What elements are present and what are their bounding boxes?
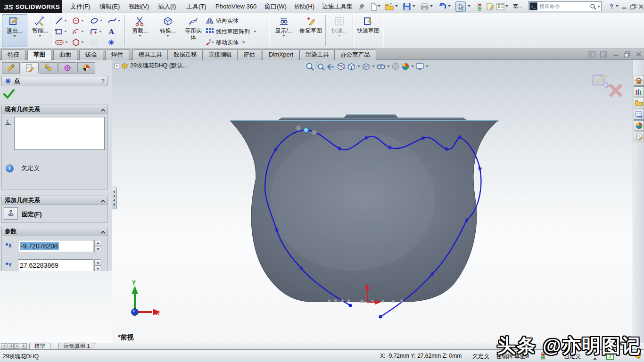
next-tab-button[interactable]: [14, 343, 20, 349]
existing-relations-header[interactable]: 现有几何关系: [1, 105, 108, 114]
options-caret-icon[interactable]: [505, 5, 508, 7]
save-icon[interactable]: [402, 1, 412, 12]
tab-dimxpert[interactable]: DimXpert: [263, 49, 299, 60]
file-explorer-icon[interactable]: [634, 98, 644, 108]
fillet-tool[interactable]: [90, 26, 106, 37]
view-settings-caret-icon[interactable]: [426, 66, 429, 67]
open-caret-icon[interactable]: [395, 5, 398, 7]
slot-tool[interactable]: [55, 37, 71, 48]
menu-tools[interactable]: 工具(T): [182, 0, 211, 13]
tab-sketch[interactable]: 草图: [27, 49, 51, 60]
zoom-fit-icon[interactable]: [305, 62, 314, 71]
select-cursor-icon[interactable]: [455, 1, 466, 12]
tab-mold-tools[interactable]: 模具工具: [132, 49, 168, 60]
display-manager-tab[interactable]: [77, 62, 95, 74]
fixed-relation-button[interactable]: [4, 207, 18, 220]
feature-manager-tab[interactable]: [2, 62, 20, 74]
offset-entities-button[interactable]: 等距实体: [183, 14, 204, 47]
previous-view-icon[interactable]: [326, 62, 335, 71]
close-window-icon[interactable]: [636, 1, 644, 12]
property-manager-tab[interactable]: [21, 62, 39, 74]
exit-sketch-button[interactable]: 退出...: [2, 14, 27, 47]
repair-sketch-button[interactable]: 修复草图: [298, 14, 323, 47]
apply-scene-caret-icon[interactable]: [411, 66, 414, 67]
search-caret-icon[interactable]: [597, 6, 600, 8]
exit-sketch-caret-icon[interactable]: [13, 35, 16, 37]
smart-dimension-button[interactable]: 智能...: [29, 14, 51, 47]
tab-surfaces[interactable]: 曲面: [53, 49, 77, 60]
first-tab-button[interactable]: [1, 343, 7, 349]
convert-entities-button[interactable]: 转换...: [156, 14, 180, 47]
ok-button[interactable]: [3, 88, 15, 99]
help-caret-icon[interactable]: [616, 5, 619, 7]
close-document-icon[interactable]: [634, 50, 643, 58]
move-entities-button[interactable]: 移动实体: [206, 37, 245, 48]
options-icon[interactable]: [495, 1, 505, 12]
save-caret-icon[interactable]: [413, 5, 415, 7]
arc-tool[interactable]: [72, 26, 88, 37]
convert-caret-icon[interactable]: [166, 35, 169, 37]
appearances-icon[interactable]: [634, 120, 644, 131]
view-orientation-icon[interactable]: [347, 62, 356, 71]
trim-caret-icon[interactable]: [139, 35, 141, 37]
tab-sheet-metal[interactable]: 钣金: [79, 49, 103, 60]
menu-window[interactable]: 窗口(W): [260, 0, 291, 13]
view-orientation-caret-icon[interactable]: [357, 66, 360, 67]
spline-endpoint[interactable]: [348, 304, 352, 307]
tab-office-products[interactable]: 办公室产品: [334, 49, 376, 60]
pin-icon[interactable]: [356, 1, 367, 12]
view-settings-icon[interactable]: [415, 63, 424, 71]
edit-appearance-icon[interactable]: [391, 62, 400, 71]
tab-data-migration[interactable]: 数据迁移: [167, 49, 203, 60]
menu-photoview[interactable]: PhotoView 360: [211, 0, 261, 13]
home-icon[interactable]: [634, 75, 644, 86]
exit-sketch-corner-icon[interactable]: [593, 74, 610, 88]
y-spinner[interactable]: [94, 259, 101, 272]
mirror-entities-button[interactable]: 镜向实体: [206, 16, 239, 26]
menu-help[interactable]: 帮助(H): [289, 0, 319, 13]
add-relations-header[interactable]: 添加几何关系: [1, 196, 108, 205]
tab-render-tools[interactable]: 渲染工具: [299, 49, 335, 60]
command-search[interactable]: >_ 搜索命令: [528, 1, 602, 11]
line-tool[interactable]: [55, 16, 71, 26]
file-properties-icon[interactable]: [485, 1, 495, 12]
tab-weldments[interactable]: 焊件: [105, 49, 129, 60]
zoom-area-icon[interactable]: [316, 62, 325, 71]
last-tab-button[interactable]: [21, 343, 27, 349]
polygon-tool[interactable]: [72, 37, 88, 48]
section-view-icon[interactable]: [337, 62, 346, 71]
custom-properties-icon[interactable]: [634, 132, 644, 142]
new-caret-icon[interactable]: [378, 5, 380, 7]
menu-maidi-tools[interactable]: 迈迪工具集: [318, 0, 357, 13]
panel-splitter-handle[interactable]: [112, 187, 117, 209]
move-caret-icon[interactable]: [242, 41, 245, 43]
design-library-icon[interactable]: [634, 86, 644, 97]
y-coordinate-field[interactable]: 27.62283869: [18, 259, 93, 272]
dimxpert-manager-tab[interactable]: [58, 62, 76, 74]
spline-tool[interactable]: [107, 16, 124, 26]
quick-snaps-button[interactable]: 快速...: [328, 14, 351, 47]
minimize-document-icon[interactable]: [611, 50, 620, 58]
graphics-viewport[interactable]: Y X: [112, 60, 633, 349]
x-spinner[interactable]: [94, 240, 101, 252]
search-icon[interactable]: [590, 3, 596, 10]
menu-view[interactable]: 视图(V): [124, 0, 153, 13]
rapid-sketch-button[interactable]: 快速草图: [355, 14, 381, 47]
menu-edit[interactable]: 编辑(E): [95, 0, 124, 13]
model-pot-body[interactable]: [230, 115, 499, 302]
tab-direct-editing[interactable]: 直接编辑: [202, 49, 238, 60]
point-tool[interactable]: [107, 37, 124, 48]
motion-study-tab[interactable]: 运动算例 1: [58, 343, 95, 349]
display-style-caret-icon[interactable]: [372, 66, 375, 67]
linear-pattern-button[interactable]: 线性草图阵列: [206, 26, 256, 37]
print-caret-icon[interactable]: [430, 5, 433, 7]
relations-listbox[interactable]: [14, 117, 105, 150]
menu-file[interactable]: 文件(F): [66, 0, 95, 13]
sketch-text-tool[interactable]: A: [107, 26, 124, 37]
sketch-picture-tool[interactable]: [90, 37, 106, 48]
ellipse-tool[interactable]: [90, 16, 106, 26]
collapse-chevron-icon[interactable]: [101, 230, 106, 235]
quick-extra-item[interactable]: 草..: [511, 0, 523, 13]
cancel-sketch-corner-icon[interactable]: [610, 85, 621, 96]
open-icon[interactable]: [384, 1, 395, 12]
